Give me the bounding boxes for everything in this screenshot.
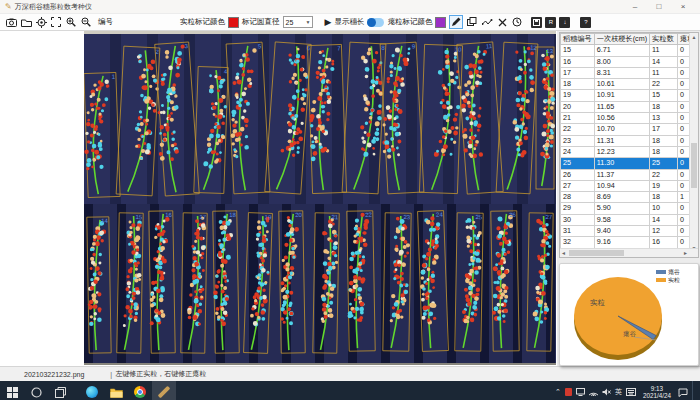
table-vertical-scrollbar[interactable]: ▲ ▼	[689, 33, 698, 252]
svg-text:13: 13	[546, 48, 553, 54]
show-panicle-length-toggle[interactable]	[367, 18, 384, 27]
scanned-panicle-image[interactable]: 1234567891011121314151617181920212223242…	[84, 31, 556, 365]
table-row[interactable]: 2210.70170	[561, 124, 697, 135]
windows-taskbar: ⌃ 英 9:13 2021/4/24	[0, 381, 700, 400]
zoom-in-icon[interactable]	[65, 16, 77, 28]
scroll-right-icon[interactable]: ►	[683, 250, 688, 256]
image-canvas-area[interactable]: 1234567891011121314151617181920212223242…	[0, 31, 557, 366]
chevron-down-icon: ▼	[306, 19, 312, 25]
hscroll-thumb[interactable]	[569, 250, 624, 256]
table-row[interactable]: 2011.65180	[561, 101, 697, 112]
filled-mark-color-swatch[interactable]	[228, 17, 239, 28]
table-row[interactable]: 2110.56130	[561, 113, 697, 124]
table-row[interactable]: 168.00140	[561, 56, 697, 67]
status-separator: |	[110, 371, 112, 378]
vscroll-thumb[interactable]	[691, 143, 697, 188]
table-horizontal-scrollbar[interactable]: ◄ ►	[560, 248, 698, 257]
action-center-icon[interactable]	[678, 388, 688, 397]
svg-text:16: 16	[165, 212, 172, 218]
export-icon[interactable]: ↓	[559, 17, 570, 28]
svg-text:8: 8	[381, 45, 385, 51]
table-row[interactable]: 2511.30250	[561, 158, 697, 169]
table-row[interactable]: 1910.91150	[561, 90, 697, 101]
search-button[interactable]	[24, 381, 48, 400]
locate-target-icon[interactable]	[35, 16, 47, 28]
copy-layers-icon[interactable]	[466, 16, 478, 28]
fullscreen-icon[interactable]	[50, 16, 62, 28]
svg-text:实粒: 实粒	[590, 298, 606, 307]
hidden-icons-chevron[interactable]: ⌃	[555, 388, 561, 396]
svg-text:9: 9	[412, 43, 416, 49]
report-icon[interactable]: R	[545, 17, 556, 28]
results-table-container: 稻穗编号一次枝梗长(cm)实粒数瘪粒 156.71110168.00140178…	[559, 32, 699, 258]
show-desktop-strip[interactable]	[692, 381, 696, 400]
svg-text:21: 21	[331, 214, 338, 220]
pen-edit-tool[interactable]	[449, 15, 463, 29]
mark-circle-diameter-value: 25	[286, 19, 294, 26]
minimize-button[interactable]: –	[623, 0, 647, 13]
svg-text:1: 1	[112, 73, 116, 79]
edge-browser-icon[interactable]	[80, 381, 104, 400]
svg-text:18: 18	[229, 212, 236, 218]
svg-text:19: 19	[265, 214, 273, 220]
table-row[interactable]: 295.90100	[561, 203, 697, 214]
svg-text:11: 11	[486, 43, 493, 49]
svg-text:瘪谷: 瘪谷	[668, 268, 680, 276]
main-area: 1234567891011121314151617181920212223242…	[0, 31, 700, 366]
file-explorer-icon[interactable]	[104, 381, 128, 400]
svg-text:20: 20	[295, 212, 302, 218]
table-row[interactable]: 319.40120	[561, 226, 697, 237]
security-alert-icon[interactable]	[565, 388, 572, 396]
table-row[interactable]: 2611.37220	[561, 169, 697, 180]
close-button[interactable]: ×	[671, 0, 695, 13]
start-button[interactable]	[0, 381, 24, 400]
camera-icon[interactable]	[5, 16, 17, 28]
ime-language-indicator[interactable]: 英	[615, 387, 622, 397]
task-view-button[interactable]	[48, 381, 72, 400]
panicle-detection-overlay: 1234567891011121314151617181920212223242…	[84, 31, 556, 365]
table-row[interactable]: 288.69181	[561, 192, 697, 203]
svg-text:6: 6	[306, 45, 310, 51]
zoom-out-icon[interactable]	[80, 16, 92, 28]
svg-text:实粒: 实粒	[668, 277, 680, 283]
window-title: 万深稻谷穗形粒数考种仪	[15, 2, 92, 12]
taskbar-clock[interactable]: 9:13 2021/4/24	[640, 385, 674, 399]
delete-x-icon[interactable]	[496, 16, 508, 28]
table-row[interactable]: 178.31110	[561, 67, 697, 78]
table-row[interactable]: 1810.61220	[561, 79, 697, 90]
app-window: ✎ 万深稻谷穗形粒数考种仪 – □ × 编号 实粒标记颜色 标记	[0, 0, 700, 400]
scroll-left-icon[interactable]: ◄	[561, 250, 566, 256]
save-icon[interactable]	[531, 17, 542, 28]
network-icon[interactable]	[589, 388, 598, 396]
grain-app-taskbar-icon[interactable]	[152, 381, 176, 400]
svg-text:17: 17	[199, 214, 206, 220]
table-row[interactable]: 2311.31180	[561, 135, 697, 146]
open-folder-icon[interactable]	[20, 16, 32, 28]
svg-text:15: 15	[135, 214, 142, 220]
display-icon[interactable]	[576, 388, 585, 396]
polyline-measure-icon[interactable]	[481, 16, 493, 28]
maximize-button[interactable]: □	[647, 0, 671, 13]
edit-hint-text: 左键修正实粒，右键修正瘪粒	[115, 369, 206, 379]
svg-text:瘪谷: 瘪谷	[623, 330, 637, 338]
history-clock-icon[interactable]	[511, 16, 523, 28]
help-icon[interactable]: ?	[580, 17, 591, 28]
svg-text:5: 5	[258, 43, 262, 49]
touch-keyboard-icon[interactable]	[626, 388, 636, 396]
table-row[interactable]: 2412.23180	[561, 146, 697, 157]
numbering-button[interactable]: 编号	[95, 17, 116, 27]
table-row[interactable]: 329.16160	[561, 237, 697, 248]
table-row[interactable]: 309.58140	[561, 214, 697, 225]
scroll-up-icon[interactable]: ▲	[690, 34, 698, 40]
system-tray: ⌃ 英 9:13 2021/4/24	[555, 381, 700, 400]
clock-date: 2021/4/24	[643, 392, 671, 399]
empty-mark-color-swatch[interactable]	[435, 17, 446, 28]
volume-icon[interactable]	[602, 388, 611, 396]
chrome-browser-icon[interactable]	[128, 381, 152, 400]
run-button[interactable]: ▶	[325, 17, 332, 27]
results-panel: 稻穗编号一次枝梗长(cm)实粒数瘪粒 156.71110168.00140178…	[557, 31, 700, 366]
table-row[interactable]: 2710.94190	[561, 180, 697, 191]
mark-circle-diameter-select[interactable]: 25 ▼	[283, 16, 313, 28]
svg-text:26: 26	[509, 212, 516, 218]
table-row[interactable]: 156.71110	[561, 45, 697, 56]
